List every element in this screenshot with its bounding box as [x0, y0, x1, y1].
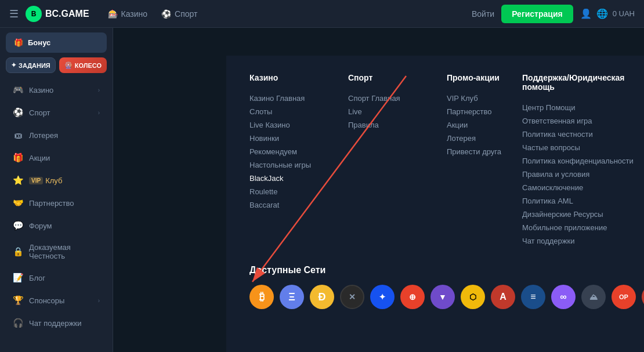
sidebar-partnership-label: Партнерство: [29, 199, 100, 208]
networks-title: Доступные Сети: [249, 265, 644, 275]
sport-col-header: Спорт: [348, 73, 429, 82]
sidebar-item-chat[interactable]: 🎧 Чат поддержки: [3, 312, 109, 334]
blog-icon: 📝: [13, 273, 23, 283]
casino-icon: 🎮: [13, 85, 23, 95]
sidebar-item-vip[interactable]: ⭐ VIP Клуб: [3, 169, 109, 191]
responsible-gaming-link[interactable]: Ответственная игра: [522, 114, 638, 128]
zadania-label: ЗАДАНИЯ: [19, 62, 50, 69]
network-gear[interactable]: ⚙: [642, 285, 644, 309]
vip-badge: VIP: [29, 177, 43, 184]
self-exclusion-link[interactable]: Самоисключение: [522, 181, 638, 194]
menu-icon[interactable]: ☰: [9, 8, 19, 20]
dropdown-overlay: Казино Казино Главная Слоты Live Казино …: [226, 56, 644, 352]
forum-icon: 💬: [13, 220, 23, 231]
promo-col-header: Промо-акции: [447, 73, 505, 82]
network-ripple[interactable]: ✕: [340, 285, 364, 309]
bonus-icon: 🎁: [14, 38, 23, 47]
login-button[interactable]: Войти: [472, 9, 494, 19]
promotions-icon: 🎁: [13, 153, 23, 163]
sidebar-vip-label: Клуб: [45, 176, 100, 185]
network-red-circle[interactable]: ⊕: [400, 285, 425, 309]
sport-icon: ⚽: [13, 107, 23, 118]
roulette-link[interactable]: Roulette: [249, 185, 331, 198]
actions-link[interactable]: Акции: [447, 118, 505, 132]
blackjack-link[interactable]: BlackJack: [249, 172, 331, 185]
aml-link[interactable]: Политика AML: [522, 194, 638, 208]
sidebar-item-sport[interactable]: ⚽ Спорт ›: [3, 101, 109, 124]
chat-icon: 🎧: [13, 318, 23, 328]
logo[interactable]: B BC.GAME: [26, 6, 89, 22]
network-avax[interactable]: A: [491, 285, 515, 309]
koleso-label: КОЛЕСО: [75, 62, 102, 69]
dropdown-col-support: Поддержка/Юридическая помощь Центр Помощ…: [522, 73, 638, 248]
logo-text: BC.GAME: [45, 9, 89, 19]
sidebar-fair-label: Доказуемая Честность: [29, 243, 100, 260]
network-blue[interactable]: ✦: [370, 285, 395, 309]
nav-casino[interactable]: 🎰 Казино: [108, 9, 148, 19]
terms-link[interactable]: Правила и условия: [522, 168, 638, 181]
vip-icon: ⭐: [13, 175, 23, 186]
network-ethereum[interactable]: Ξ: [280, 285, 304, 309]
rules-link[interactable]: Правила: [348, 118, 429, 132]
lottery-icon: 🎟: [13, 130, 23, 140]
sport-nav-icon: ⚽: [161, 9, 171, 19]
design-resources-link[interactable]: Дизайнерские Ресурсы: [522, 208, 638, 221]
fairness-policy-link[interactable]: Политика честности: [522, 128, 638, 141]
nav-sport[interactable]: ⚽ Спорт: [161, 9, 197, 19]
sidebar-item-lottery[interactable]: 🎟 Лотерея: [3, 124, 109, 146]
network-mountain[interactable]: ⛰: [581, 285, 606, 309]
referral-link[interactable]: Привести друга: [447, 145, 505, 158]
network-op[interactable]: OP: [612, 285, 636, 309]
support-col-header: Поддержка/Юридическая помощь: [522, 73, 638, 92]
sponsors-icon: 🏆: [13, 295, 23, 306]
sidebar-item-partnership[interactable]: 🤝 Партнерство: [3, 192, 109, 214]
network-dogecoin[interactable]: Ð: [310, 285, 334, 309]
bonus-item[interactable]: 🎁 Бонус: [6, 32, 107, 53]
casino-nav-icon: 🎰: [108, 9, 118, 19]
sidebar-item-promotions[interactable]: 🎁 Акции: [3, 147, 109, 169]
sidebar-item-sponsors[interactable]: 🏆 Спонсоры ›: [3, 289, 109, 311]
network-loop[interactable]: ∞: [551, 285, 576, 309]
slots-link[interactable]: Слоты: [249, 105, 331, 118]
dropdown-col-casino: Казино Казино Главная Слоты Live Казино …: [249, 73, 331, 248]
table-games-link[interactable]: Настольные игры: [249, 158, 331, 172]
new-games-link[interactable]: Новинки: [249, 132, 331, 145]
sidebar-sport-label: Спорт: [29, 108, 98, 117]
sidebar-chat-label: Чат поддержки: [29, 319, 100, 328]
register-button[interactable]: Регистрация: [501, 5, 573, 23]
network-purple[interactable]: ▼: [430, 285, 455, 309]
network-stack[interactable]: ≡: [521, 285, 545, 309]
faq-link[interactable]: Частые вопросы: [522, 141, 638, 154]
sidebar: 🎁 Бонус ✦ ЗАДАНИЯ 🎡 КОЛЕСО 🎮 Казино › ⚽ …: [0, 28, 113, 352]
partnership-icon: 🤝: [13, 198, 23, 208]
network-bitcoin[interactable]: ₿: [249, 285, 274, 309]
sidebar-item-forum[interactable]: 💬 Форум: [3, 215, 109, 237]
mobile-app-link[interactable]: Мобильное приложение: [522, 221, 638, 234]
dropdown-columns: Казино Казино Главная Слоты Live Казино …: [249, 73, 644, 248]
zadania-button[interactable]: ✦ ЗАДАНИЯ: [6, 57, 56, 73]
vip-club-link[interactable]: VIP Клуб: [447, 92, 505, 105]
user-icon[interactable]: 👤: [580, 8, 592, 19]
live-sport-link[interactable]: Live: [348, 105, 429, 118]
baccarat-link[interactable]: Baccarat: [249, 198, 331, 212]
sidebar-forum-label: Форум: [29, 222, 100, 230]
sidebar-item-blog[interactable]: 📝 Блог: [3, 267, 109, 289]
partnership-link[interactable]: Партнерство: [447, 105, 505, 118]
koleso-button[interactable]: 🎡 КОЛЕСО: [59, 57, 107, 73]
sport-main-link[interactable]: Спорт Главная: [348, 92, 429, 105]
help-center-link[interactable]: Центр Помощи: [522, 101, 638, 114]
balance-display: 0 UAH: [613, 9, 635, 18]
privacy-policy-link[interactable]: Политика конфиденциальности: [522, 154, 638, 168]
recommended-link[interactable]: Рекомендуем: [249, 145, 331, 158]
sidebar-lottery-label: Лотерея: [29, 131, 100, 140]
sidebar-casino-label: Казино: [29, 86, 98, 95]
live-casino-link[interactable]: Live Казино: [249, 118, 331, 132]
casino-main-link[interactable]: Казино Главная: [249, 92, 331, 105]
sidebar-item-casino[interactable]: 🎮 Казино ›: [3, 79, 109, 101]
logo-icon: B: [26, 6, 42, 22]
chat-support-link[interactable]: Чат поддержки: [522, 234, 638, 248]
network-binance[interactable]: ⬡: [461, 285, 485, 309]
globe-icon[interactable]: 🌐: [596, 8, 608, 19]
sidebar-item-provably-fair[interactable]: 🔒 Доказуемая Честность: [3, 237, 109, 266]
lottery-link[interactable]: Лотерея: [447, 132, 505, 145]
